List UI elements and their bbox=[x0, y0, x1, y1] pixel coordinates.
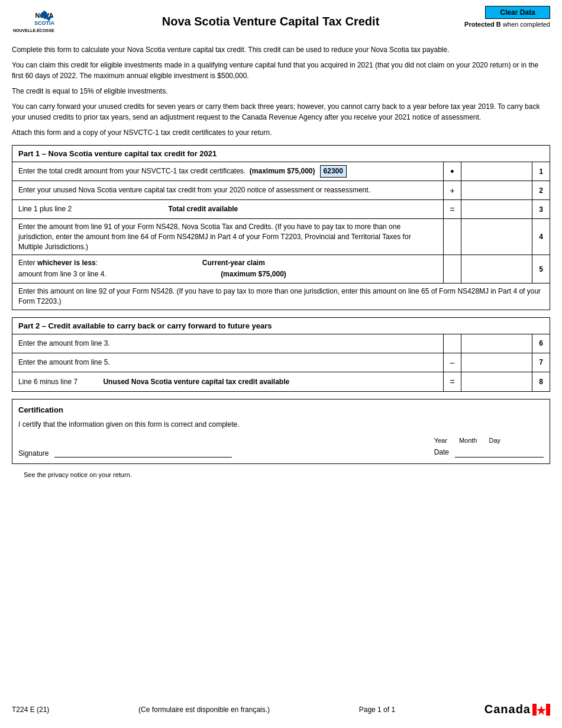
part2-row8: Line 6 minus line 7 Unused Nova Scotia v… bbox=[12, 372, 550, 391]
row4-field[interactable] bbox=[464, 233, 529, 241]
part1-title: Part 1 – Nova Scotia venture capital tax… bbox=[18, 149, 544, 158]
row1-value-highlight: 62300 bbox=[320, 165, 347, 178]
signature-label: Signature bbox=[18, 449, 49, 458]
row7-field[interactable] bbox=[464, 358, 529, 366]
part2-row6: Enter the amount from line 3. 6 bbox=[12, 334, 550, 353]
top-right-area: Clear Data Protected B when completed bbox=[464, 6, 550, 28]
row3-field[interactable] bbox=[464, 205, 529, 214]
part1-row5-note: Enter this amount on line 92 of your For… bbox=[12, 284, 550, 310]
certification-box: Certification I certify that the informa… bbox=[12, 399, 550, 464]
part2-header: Part 2 – Credit available to carry back … bbox=[12, 318, 550, 334]
part1-header: Part 1 – Nova Scotia venture capital tax… bbox=[12, 146, 550, 162]
date-label: Date bbox=[434, 448, 449, 456]
intro-para3: The credit is equal to 15% of eligible i… bbox=[12, 86, 550, 96]
row8-field[interactable] bbox=[464, 378, 529, 386]
row6-field[interactable] bbox=[464, 339, 529, 347]
cert-title: Certification bbox=[18, 405, 544, 414]
part1-row4: Enter the amount from line 91 of your Fo… bbox=[12, 219, 550, 255]
row4-input[interactable] bbox=[461, 219, 532, 255]
row2-label: Enter your unused Nova Scotia venture ca… bbox=[12, 181, 443, 199]
row2-operator: + bbox=[443, 181, 461, 199]
row4-text: Enter the amount from line 91 of your Fo… bbox=[18, 222, 437, 252]
row3-number: 3 bbox=[532, 200, 550, 218]
row8-number: 8 bbox=[532, 372, 550, 391]
cert-text: I certify that the information given on … bbox=[18, 419, 544, 430]
protected-b-label: Protected B when completed bbox=[464, 21, 550, 28]
day-label: Day bbox=[489, 437, 500, 444]
part1-row1: Enter the total credit amount from your … bbox=[12, 162, 550, 181]
intro-para2: You can claim this credit for eligible i… bbox=[12, 60, 550, 81]
row8-text: Line 6 minus line 7 Unused Nova Scotia v… bbox=[18, 377, 289, 387]
row1-text: Enter the total credit amount from your … bbox=[18, 166, 315, 176]
part1-box: Part 1 – Nova Scotia venture capital tax… bbox=[12, 145, 550, 310]
row6-operator bbox=[443, 334, 461, 353]
footer-form-code: T224 E (21) bbox=[12, 706, 49, 714]
canada-flag-icon bbox=[532, 704, 550, 716]
clear-data-button[interactable]: Clear Data bbox=[485, 6, 550, 19]
row7-operator: – bbox=[443, 353, 461, 372]
row8-label: Line 6 minus line 7 Unused Nova Scotia v… bbox=[12, 372, 443, 391]
row2-text: Enter your unused Nova Scotia venture ca… bbox=[18, 185, 370, 195]
nova-scotia-logo: NOVA SCOTIA NOUVELLE-ÉCOSSE bbox=[12, 6, 77, 38]
row1-operator: • bbox=[443, 162, 461, 181]
row2-input[interactable] bbox=[461, 181, 532, 199]
row5-number: 5 bbox=[532, 255, 550, 283]
row7-label: Enter the amount from line 5. bbox=[12, 353, 443, 372]
row5-input[interactable] bbox=[461, 255, 532, 283]
ymd-labels: Year Month Day bbox=[434, 437, 500, 444]
form-title: Nova Scotia Venture Capital Tax Credit bbox=[77, 15, 464, 28]
row6-number: 6 bbox=[532, 334, 550, 353]
row3-input[interactable] bbox=[461, 200, 532, 218]
privacy-note: See the privacy notice on your return. bbox=[12, 471, 550, 478]
row4-label: Enter the amount from line 91 of your Fo… bbox=[12, 219, 443, 255]
form-title-area: Nova Scotia Venture Capital Tax Credit bbox=[77, 6, 464, 28]
row1-input[interactable] bbox=[461, 162, 532, 181]
part2-row7: Enter the amount from line 5. – 7 bbox=[12, 353, 550, 372]
svg-rect-7 bbox=[546, 704, 550, 716]
row5-operator bbox=[443, 255, 461, 283]
intro-para4: You can carry forward your unused credit… bbox=[12, 101, 550, 123]
row1-field[interactable] bbox=[464, 167, 529, 176]
intro-para5: Attach this form and a copy of your NSVC… bbox=[12, 127, 550, 138]
svg-text:NOUVELLE-ÉCOSSE: NOUVELLE-ÉCOSSE bbox=[13, 28, 54, 33]
row7-text: Enter the amount from line 5. bbox=[18, 357, 110, 368]
row6-text: Enter the amount from line 3. bbox=[18, 339, 110, 349]
month-label: Month bbox=[459, 437, 477, 444]
row3-label: Line 1 plus line 2 Total credit availabl… bbox=[12, 200, 443, 218]
row5-field[interactable] bbox=[464, 265, 529, 273]
year-label: Year bbox=[434, 437, 447, 444]
svg-rect-4 bbox=[532, 704, 537, 716]
row8-input[interactable] bbox=[461, 372, 532, 391]
row7-number: 7 bbox=[532, 353, 550, 372]
svg-text:SCOTIA: SCOTIA bbox=[34, 20, 55, 26]
logo-area: NOVA SCOTIA NOUVELLE-ÉCOSSE bbox=[12, 6, 77, 38]
footer-page: Page 1 of 1 bbox=[359, 706, 395, 714]
row6-label: Enter the amount from line 3. bbox=[12, 334, 443, 353]
date-line[interactable] bbox=[455, 447, 544, 458]
page-header: NOVA SCOTIA NOUVELLE-ÉCOSSE Nova Scotia … bbox=[0, 0, 562, 41]
intro-section: Complete this form to calculate your Nov… bbox=[0, 41, 562, 484]
signature-field: Signature bbox=[18, 447, 232, 458]
row2-field[interactable] bbox=[464, 186, 529, 195]
part2-box: Part 2 – Credit available to carry back … bbox=[12, 317, 550, 392]
canada-text: Canada bbox=[485, 703, 531, 716]
row5-label: Enter whichever is less: Current-year cl… bbox=[12, 255, 443, 283]
row1-label: Enter the total credit amount from your … bbox=[12, 162, 443, 181]
row1-number: 1 bbox=[532, 162, 550, 181]
row4-operator bbox=[443, 219, 461, 255]
row4-number: 4 bbox=[532, 219, 550, 255]
date-area: Year Month Day Date bbox=[434, 437, 544, 458]
row3-operator: = bbox=[443, 200, 461, 218]
row3-text: Line 1 plus line 2 Total credit availabl… bbox=[18, 204, 238, 214]
row5-note-text: Enter this amount on line 92 of your For… bbox=[12, 284, 550, 310]
row7-input[interactable] bbox=[461, 353, 532, 372]
part1-row3: Line 1 plus line 2 Total credit availabl… bbox=[12, 200, 550, 219]
signature-line[interactable] bbox=[54, 447, 232, 458]
part2-title: Part 2 – Credit available to carry back … bbox=[18, 321, 544, 330]
intro-para1: Complete this form to calculate your Nov… bbox=[12, 44, 550, 55]
date-line-row: Date bbox=[434, 447, 544, 458]
part1-row2: Enter your unused Nova Scotia venture ca… bbox=[12, 181, 550, 200]
footer-french: (Ce formulaire est disponible en françai… bbox=[138, 706, 270, 714]
row2-number: 2 bbox=[532, 181, 550, 199]
row6-input[interactable] bbox=[461, 334, 532, 353]
